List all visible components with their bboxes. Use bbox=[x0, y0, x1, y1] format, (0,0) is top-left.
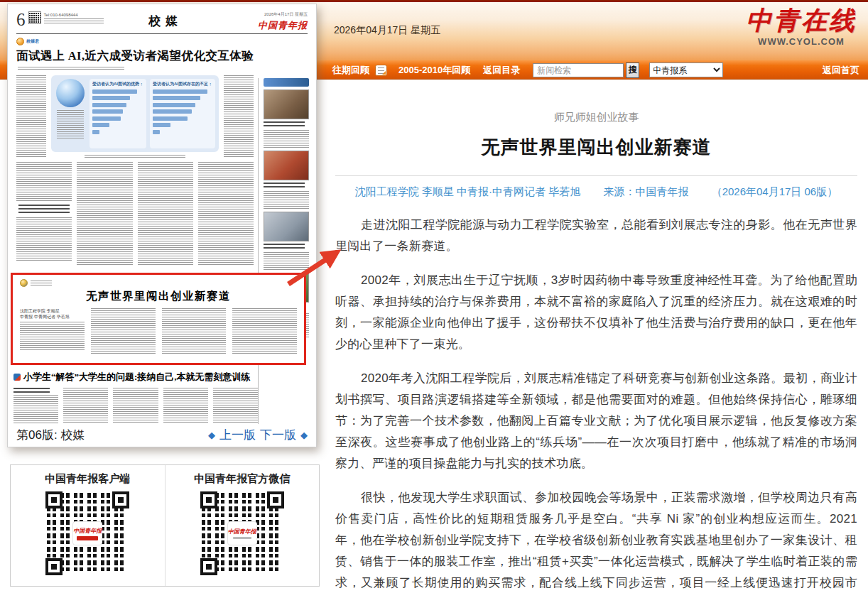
nav-back-toc-link[interactable]: 返回目录 bbox=[483, 64, 520, 77]
featured-article-highlight[interactable]: 无声世界里闯出创业新赛道 沈阳工程学院 李顺星 中青报·中青网记者 毕若旭 bbox=[11, 273, 306, 365]
site-logo[interactable]: 中青在线 WWW.CYOL.COM bbox=[746, 6, 857, 47]
paper-text-column bbox=[232, 308, 297, 354]
logo-url: WWW.CYOL.COM bbox=[746, 36, 857, 47]
newspaper-page-card[interactable]: 6 Tel:010-64098444 校媒 2026年4月17日 星期五 中国青… bbox=[7, 4, 317, 447]
rail-headline-placeholder bbox=[264, 183, 305, 189]
paper-qr-icon bbox=[28, 11, 41, 24]
qr-panel: 中国青年报客户端 中国青年报 中国青年报官方微信 中国青年报 bbox=[10, 464, 320, 587]
article-byline: 沈阳工程学院 李顺星 中青报·中青网记者 毕若旭 来源：中国青年报 （2026年… bbox=[335, 185, 857, 199]
nav-archive-2005-link[interactable]: 2005-2010年回顾 bbox=[398, 64, 470, 77]
infographic-bar bbox=[92, 103, 126, 107]
prev-diamond-icon: ◆ bbox=[208, 430, 215, 440]
infographic-bar bbox=[92, 116, 121, 121]
infographic-title-2: 受访者认为AI面试存在的不足： bbox=[153, 82, 212, 87]
article-kicker: 师兄师姐创业故事 bbox=[335, 111, 857, 124]
infographic-box-shortcomings: 受访者认为AI面试存在的不足： bbox=[150, 79, 215, 148]
infographic-box-advantages: 受访者认为AI面试的优势： bbox=[89, 79, 146, 148]
paper-byline-placeholder bbox=[18, 67, 124, 71]
paper-text-column bbox=[13, 388, 58, 423]
paper-editor-line bbox=[44, 18, 104, 24]
rail-photo bbox=[264, 89, 309, 119]
paper-tel: Tel:010-64098444 bbox=[44, 13, 104, 17]
rail-photo bbox=[264, 151, 309, 180]
article-paragraph: 很快，他发现大学生求职面试、参加校园晚会等场景中，正装需求激增，但学校周边只有高… bbox=[335, 487, 857, 593]
infographic-bar bbox=[153, 109, 192, 114]
qr-logo-text: 中国青年报 bbox=[73, 527, 102, 535]
mascot-label: 校媒君 bbox=[26, 38, 39, 45]
page-label: 第06版: 校媒 bbox=[16, 427, 85, 443]
search-button[interactable]: 搜 bbox=[626, 62, 639, 78]
article-paragraph: 2020年考入沈阳工程学院后，刘展志精准锚定了科研竞赛与创新创业这条路。最初，商… bbox=[335, 368, 857, 474]
prev-page-link[interactable]: 上一版 bbox=[219, 427, 256, 443]
article-title: 无声世界里闯出创业新赛道 bbox=[335, 135, 857, 160]
nav-items: 往期回顾 2005-2010年回顾 返回目录 搜 中青报系 bbox=[332, 60, 723, 80]
article-panel: 师兄师姐创业故事 无声世界里闯出创业新赛道 沈阳工程学院 李顺星 中青报·中青网… bbox=[323, 80, 868, 593]
ai-globe-graphic bbox=[56, 79, 85, 107]
paper-masthead-logo: 中国青年报 bbox=[258, 19, 308, 32]
byline-issue: （2026年04月17日 06版） bbox=[712, 185, 838, 197]
paper-text-column bbox=[224, 75, 254, 158]
paper-text-column bbox=[91, 308, 156, 354]
infographic-bar bbox=[153, 116, 188, 121]
paper-masthead-left: 6 Tel:010-64098444 bbox=[16, 11, 109, 28]
search-input[interactable] bbox=[533, 63, 624, 77]
paper-masthead: 6 Tel:010-64098444 校媒 2026年4月17日 星期五 中国青… bbox=[16, 11, 308, 34]
paper-infographic: 受访者认为AI面试的优势： 受访者认为AI面试存在的不足： bbox=[51, 75, 219, 158]
paper-text-column bbox=[213, 388, 258, 423]
featured-badge-icon bbox=[20, 279, 28, 287]
infographic-bar bbox=[92, 96, 130, 100]
infographic-bar bbox=[153, 103, 195, 107]
article-divider bbox=[335, 175, 857, 176]
infographic-bar bbox=[92, 130, 99, 134]
paper-text-column bbox=[198, 162, 254, 266]
infographic-bar bbox=[153, 89, 207, 94]
infographic-bar bbox=[92, 123, 109, 127]
qr-code-app: 中国青年报 bbox=[45, 491, 129, 575]
qr-logo-banner bbox=[77, 536, 98, 540]
page: 2026年04月17日 星期五 中青在线 WWW.CYOL.COM 往期回顾 2… bbox=[0, 0, 868, 593]
next-page-link[interactable]: 下一版 bbox=[260, 427, 296, 443]
featured-headline: 无声世界里闯出创业新赛道 bbox=[20, 289, 297, 304]
newspaper-page: 6 Tel:010-64098444 校媒 2026年4月17日 星期五 中国青… bbox=[8, 4, 316, 447]
rail-label-chip bbox=[264, 78, 309, 87]
next-diamond-icon: ◆ bbox=[300, 430, 308, 440]
paper-text-column bbox=[16, 75, 46, 158]
qr-wechat-title: 中国青年报官方微信 bbox=[166, 472, 320, 486]
paper-subhead-placeholder bbox=[18, 205, 70, 214]
paper-text-column bbox=[77, 162, 132, 266]
paper-text-column bbox=[63, 388, 108, 423]
mascot-icon bbox=[16, 38, 24, 45]
highlight-arrow bbox=[283, 244, 348, 288]
byline-authors: 沈阳工程学院 李顺星 中青报·中青网记者 毕若旭 bbox=[355, 185, 581, 197]
logo-text: 中青在线 bbox=[746, 6, 857, 35]
paper-text-column bbox=[163, 388, 208, 423]
paper-text-column bbox=[16, 162, 72, 266]
nav-archive-link[interactable]: 往期回顾 bbox=[332, 64, 369, 77]
rail-headline-placeholder bbox=[264, 121, 305, 128]
qr-logo-text: 中国青年报 bbox=[228, 528, 256, 535]
paper-text-column bbox=[138, 162, 193, 266]
featured-byline-1: 沈阳工程学院 李顺星 bbox=[20, 308, 85, 314]
paper-text-column bbox=[113, 388, 158, 423]
infographic-caption bbox=[85, 155, 185, 158]
paper-headline-main: 面试遇上 AI,近六成受访者渴望优化交互体验 bbox=[16, 48, 254, 64]
paper-date: 2026年4月17日 星期五 bbox=[264, 11, 308, 18]
infographic-bar bbox=[153, 123, 170, 127]
qr-code-wechat: 中国青年报 bbox=[200, 491, 284, 575]
article-paragraph: 2002年，刘展志出生于辽宁抚顺，3岁时因药物中毒导致重度神经性耳聋。为了给他配… bbox=[335, 270, 857, 355]
paper-page-number: 6 bbox=[16, 11, 26, 28]
qr-app-title: 中国青年报客户端 bbox=[11, 472, 165, 486]
infographic-title-1: 受访者认为AI面试的优势： bbox=[92, 82, 143, 87]
infographic-bar bbox=[153, 96, 200, 100]
press-series-select[interactable]: 中青报系 bbox=[649, 62, 723, 77]
featured-byline-2: 中青报·中青网记者 毕若旭 bbox=[20, 314, 85, 320]
header-date: 2026年04月17日 星期五 bbox=[334, 24, 440, 37]
story-badge-icon bbox=[13, 374, 21, 381]
nav-home-link[interactable]: 返回首页 bbox=[823, 60, 859, 80]
paper-section-title: 校媒 bbox=[109, 11, 222, 29]
archive-calendar-icon[interactable] bbox=[375, 65, 387, 76]
infographic-bar bbox=[153, 130, 160, 134]
infographic-bar bbox=[92, 109, 123, 114]
byline-source: 来源：中国青年报 bbox=[603, 185, 688, 197]
paper-text-column bbox=[162, 308, 227, 354]
